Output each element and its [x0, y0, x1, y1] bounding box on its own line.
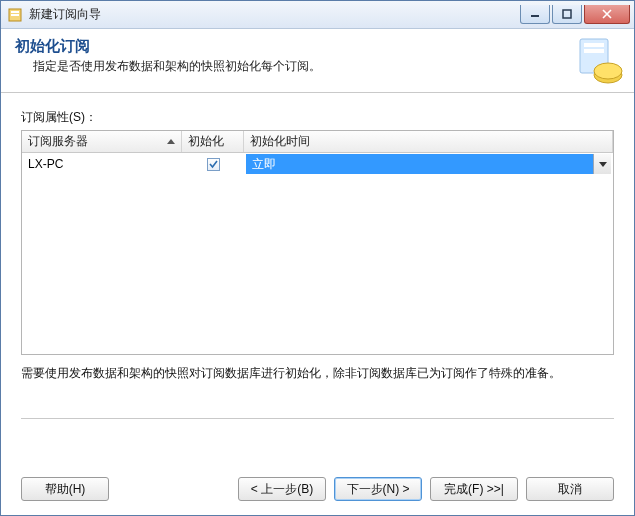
finish-button[interactable]: 完成(F) >>| [430, 477, 518, 501]
wizard-icon [574, 35, 626, 87]
footer-separator [21, 418, 614, 419]
cell-init-time: 立即 [244, 153, 613, 175]
column-init[interactable]: 初始化 [182, 131, 244, 152]
init-note: 需要使用发布数据和架构的快照对订阅数据库进行初始化，除非订阅数据库已为订阅作了特… [21, 365, 614, 382]
svg-rect-4 [563, 10, 571, 18]
svg-rect-2 [11, 14, 19, 16]
cell-server: LX-PC [22, 153, 182, 175]
column-init-time[interactable]: 初始化时间 [244, 131, 613, 152]
svg-rect-3 [531, 15, 539, 17]
table-row: LX-PC 立即 [22, 153, 613, 175]
window-title: 新建订阅向导 [29, 6, 520, 23]
wizard-body: 订阅属性(S)： 订阅服务器 初始化 初始化时间 LX-PC [1, 93, 634, 425]
svg-point-9 [594, 63, 622, 79]
column-server-label: 订阅服务器 [28, 133, 88, 150]
svg-rect-6 [584, 43, 604, 47]
sort-asc-icon [167, 139, 175, 144]
chevron-down-icon [599, 162, 607, 167]
grid-header: 订阅服务器 初始化 初始化时间 [22, 131, 613, 153]
cell-init [182, 153, 244, 175]
titlebar: 新建订阅向导 [1, 1, 634, 29]
cancel-button[interactable]: 取消 [526, 477, 614, 501]
combo-dropdown-button[interactable] [593, 154, 611, 174]
properties-label: 订阅属性(S)： [21, 109, 614, 126]
minimize-button[interactable] [520, 5, 550, 24]
wizard-footer: 帮助(H) < 上一步(B) 下一步(N) > 完成(F) >>| 取消 [1, 463, 634, 515]
init-time-combo[interactable]: 立即 [246, 154, 611, 174]
window-controls [520, 5, 630, 24]
init-time-value: 立即 [246, 156, 593, 173]
svg-rect-1 [11, 11, 19, 13]
maximize-button[interactable] [552, 5, 582, 24]
column-init-label: 初始化 [188, 133, 224, 150]
svg-rect-7 [584, 49, 604, 53]
app-icon [7, 7, 23, 23]
column-server[interactable]: 订阅服务器 [22, 131, 182, 152]
column-init-time-label: 初始化时间 [250, 133, 310, 150]
help-button[interactable]: 帮助(H) [21, 477, 109, 501]
wizard-window: 新建订阅向导 初始化订阅 指定是否使用发布数据和架构的快照初始化每个订阅。 订阅… [0, 0, 635, 516]
close-button[interactable] [584, 5, 630, 24]
next-button[interactable]: 下一步(N) > [334, 477, 422, 501]
wizard-header: 初始化订阅 指定是否使用发布数据和架构的快照初始化每个订阅。 [1, 29, 634, 93]
init-checkbox[interactable] [207, 158, 220, 171]
page-title: 初始化订阅 [15, 37, 620, 56]
back-button[interactable]: < 上一步(B) [238, 477, 326, 501]
subscription-grid: 订阅服务器 初始化 初始化时间 LX-PC [21, 130, 614, 355]
page-subtitle: 指定是否使用发布数据和架构的快照初始化每个订阅。 [15, 58, 620, 75]
